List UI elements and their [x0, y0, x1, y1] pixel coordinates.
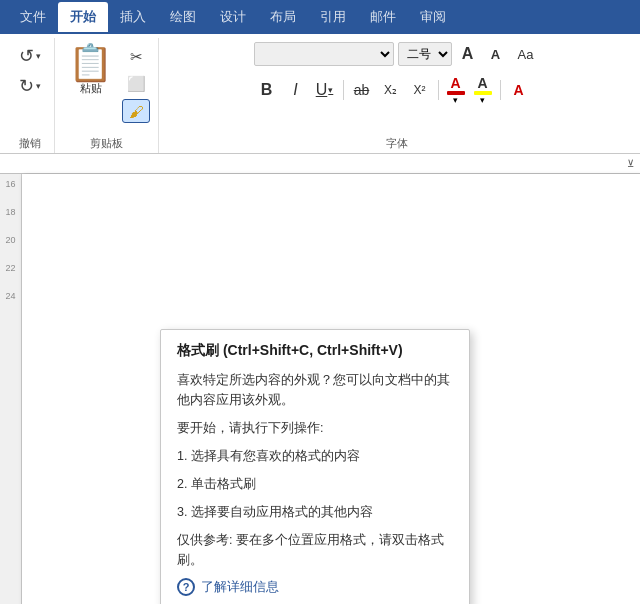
- format-painter-icon: 🖌: [129, 103, 144, 120]
- clipboard-group: 📋 粘贴 ✂ ⬜ 🖌 剪贴板: [55, 38, 159, 153]
- ruler-mark-16: 16: [5, 179, 15, 189]
- clipboard-small-buttons: ✂ ⬜ 🖌: [122, 42, 150, 123]
- tooltip-title: 格式刷 (Ctrl+Shift+C, Ctrl+Shift+V): [177, 342, 453, 360]
- underline-button[interactable]: U ▾: [312, 78, 338, 102]
- font-size-select[interactable]: 二号: [398, 42, 452, 66]
- ribbon-body: ↺ ▾ ↻ ▾ 撤销 📋 粘贴 ✂ ⬜: [0, 34, 640, 154]
- highlight-dropdown: ▾: [480, 95, 485, 105]
- superscript-button[interactable]: X²: [407, 78, 433, 102]
- separator2: [438, 80, 439, 100]
- expand-ribbon-icon[interactable]: ⊻: [627, 158, 634, 169]
- font-shrink-button[interactable]: A: [484, 42, 508, 66]
- tooltip-para2: 要开始，请执行下列操作:: [177, 418, 453, 438]
- format-painter-tooltip: 格式刷 (Ctrl+Shift+C, Ctrl+Shift+V) 喜欢特定所选内…: [160, 329, 470, 604]
- separator1: [343, 80, 344, 100]
- tooltip-link-text: 了解详细信息: [201, 579, 279, 596]
- undo-button[interactable]: ↺ ▾: [14, 42, 46, 70]
- ruler-mark-22: 22: [5, 263, 15, 273]
- highlight-color-button[interactable]: A ▾: [471, 74, 495, 106]
- tab-layout[interactable]: 布局: [258, 2, 308, 32]
- copy-icon: ⬜: [127, 75, 146, 93]
- font-family-select[interactable]: [254, 42, 394, 66]
- tab-review[interactable]: 审阅: [408, 2, 458, 32]
- tooltip-step3: 3. 选择要自动应用格式的其他内容: [177, 502, 453, 522]
- redo-button[interactable]: ↻ ▾: [14, 72, 46, 100]
- font-group-label: 字体: [386, 134, 408, 151]
- paste-icon: 📋: [68, 45, 113, 81]
- ribbon-bottom-bar: ⊻: [0, 154, 640, 174]
- tab-file[interactable]: 文件: [8, 2, 58, 32]
- tooltip-learn-more-link[interactable]: ? 了解详细信息: [177, 578, 453, 596]
- undo-group-label: 撤销: [19, 134, 41, 151]
- tab-home[interactable]: 开始: [58, 2, 108, 32]
- highlight-color-icon: A: [477, 75, 487, 91]
- clipboard-group-label: 剪贴板: [90, 134, 123, 151]
- paste-label: 粘贴: [80, 81, 102, 96]
- extra-format-button[interactable]: A: [506, 78, 532, 102]
- bold-button[interactable]: B: [254, 78, 280, 102]
- ruler-mark-24: 24: [5, 291, 15, 301]
- tooltip-step2: 2. 单击格式刷: [177, 474, 453, 494]
- tab-design[interactable]: 设计: [208, 2, 258, 32]
- tooltip-body: 喜欢特定所选内容的外观？您可以向文档中的其他内容应用该外观。 要开始，请执行下列…: [177, 370, 453, 570]
- tab-mail[interactable]: 邮件: [358, 2, 408, 32]
- font-color-icon: A: [450, 75, 460, 91]
- clear-format-button[interactable]: Aa: [512, 42, 540, 66]
- font-group: 二号 A A Aa B I U ▾ ab X₂ X: [159, 38, 634, 153]
- font-grow-button[interactable]: A: [456, 42, 480, 66]
- undo-group-content: ↺ ▾ ↻ ▾: [14, 42, 46, 134]
- tab-draw[interactable]: 绘图: [158, 2, 208, 32]
- subscript-button[interactable]: X₂: [378, 78, 404, 102]
- tab-bar: 文件 开始 插入 绘图 设计 布局 引用 邮件 审阅: [0, 0, 640, 34]
- font-color-button[interactable]: A ▾: [444, 74, 468, 106]
- font-row1: 二号 A A Aa: [254, 42, 540, 66]
- tab-references[interactable]: 引用: [308, 2, 358, 32]
- cut-icon: ✂: [130, 48, 143, 66]
- tooltip-step1: 1. 选择具有您喜欢的格式的内容: [177, 446, 453, 466]
- tab-insert[interactable]: 插入: [108, 2, 158, 32]
- ruler-mark-18: 18: [5, 207, 15, 217]
- undo-group: ↺ ▾ ↻ ▾ 撤销: [6, 38, 55, 153]
- left-ruler: 16 18 20 22 24: [0, 174, 22, 604]
- help-circle-icon: ?: [177, 578, 195, 596]
- font-color-dropdown: ▾: [453, 95, 458, 105]
- redo-icon: ↻: [19, 75, 34, 97]
- cut-button[interactable]: ✂: [122, 45, 150, 69]
- separator3: [500, 80, 501, 100]
- ruler-mark-20: 20: [5, 235, 15, 245]
- tooltip-note: 仅供参考: 要在多个位置应用格式，请双击格式刷。: [177, 530, 453, 570]
- undo-dropdown-icon: ▾: [36, 51, 41, 61]
- paste-button[interactable]: 📋 粘贴: [63, 42, 118, 99]
- document-area: 16 18 20 22 24 格式刷 (Ctrl+Shift+C, Ctrl+S…: [0, 174, 640, 604]
- italic-button[interactable]: I: [283, 78, 309, 102]
- strikethrough-button[interactable]: ab: [349, 78, 375, 102]
- clipboard-group-content: 📋 粘贴 ✂ ⬜ 🖌: [63, 42, 150, 134]
- redo-dropdown-icon: ▾: [36, 81, 41, 91]
- font-group-content: 二号 A A Aa B I U ▾ ab X₂ X: [254, 42, 540, 134]
- tooltip-para1: 喜欢特定所选内容的外观？您可以向文档中的其他内容应用该外观。: [177, 370, 453, 410]
- font-row2: B I U ▾ ab X₂ X² A ▾: [254, 74, 540, 106]
- undo-icon: ↺: [19, 45, 34, 67]
- underline-dropdown-icon: ▾: [328, 85, 333, 95]
- copy-button[interactable]: ⬜: [122, 72, 150, 96]
- format-painter-button[interactable]: 🖌: [122, 99, 150, 123]
